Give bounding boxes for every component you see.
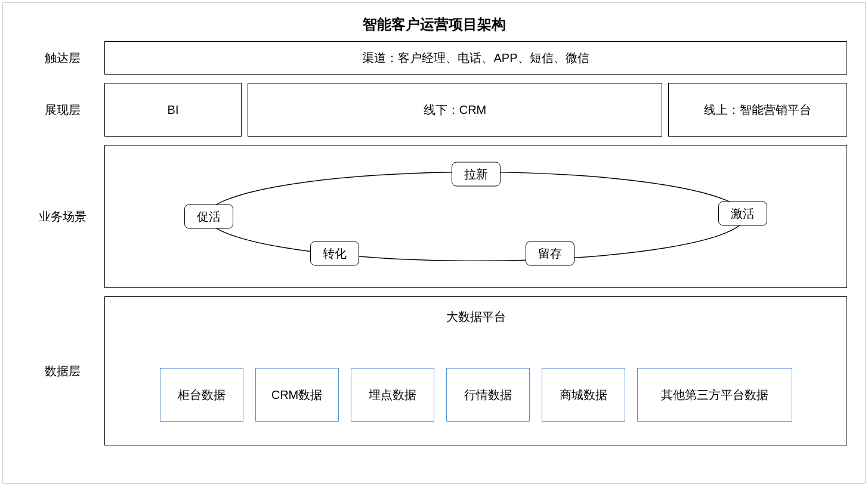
scenario-container: 拉新 促活 激活 转化 留存 <box>104 145 847 288</box>
data-source-market: 行情数据 <box>446 368 530 422</box>
touch-channels-box: 渠道：客户经理、电话、APP、短信、微信 <box>104 41 847 75</box>
layer-display-label: 展现层 <box>21 83 104 137</box>
data-platform-title: 大数据平台 <box>446 309 506 325</box>
scenario-node-retain: 留存 <box>526 241 574 265</box>
diagram-frame: 智能客户运营项目架构 触达层 渠道：客户经理、电话、APP、短信、微信 展现层 … <box>2 2 866 484</box>
layer-touch-label: 触达层 <box>21 41 104 75</box>
data-sources-container: 柜台数据 CRM数据 埋点数据 行情数据 商城数据 其他第三方平台数据 <box>117 368 835 422</box>
layer-display-content: BI 线下：CRM 线上：智能营销平台 <box>104 83 847 137</box>
display-bi-box: BI <box>104 83 242 137</box>
layer-scenario-content: 拉新 促活 激活 转化 留存 <box>104 145 847 288</box>
layer-scenario-label: 业务场景 <box>21 145 104 288</box>
data-source-crm: CRM数据 <box>255 368 339 422</box>
layer-touch-content: 渠道：客户经理、电话、APP、短信、微信 <box>104 41 847 75</box>
diagram-title: 智能客户运营项目架构 <box>21 15 847 34</box>
layer-data-content: 大数据平台 柜台数据 CRM数据 埋点数据 行情数据 商城数据 其他第三方平台数… <box>104 296 847 445</box>
display-online-box: 线上：智能营销平台 <box>668 83 847 137</box>
layer-display-row: 展现层 BI 线下：CRM 线上：智能营销平台 <box>21 83 847 137</box>
scenario-node-reactivate: 激活 <box>718 202 767 226</box>
layer-data-label: 数据层 <box>21 296 104 445</box>
scenario-node-activate: 促活 <box>184 205 233 229</box>
data-platform-box: 大数据平台 柜台数据 CRM数据 埋点数据 行情数据 商城数据 其他第三方平台数… <box>104 296 847 445</box>
data-source-mall: 商城数据 <box>542 368 625 422</box>
data-source-counter: 柜台数据 <box>160 368 243 422</box>
display-crm-box: 线下：CRM <box>248 83 662 137</box>
data-source-thirdparty: 其他第三方平台数据 <box>637 368 792 422</box>
layer-touch-row: 触达层 渠道：客户经理、电话、APP、短信、微信 <box>21 41 847 75</box>
scenario-node-pull-new: 拉新 <box>452 162 501 186</box>
scenario-node-convert: 转化 <box>310 241 359 265</box>
layer-scenario-row: 业务场景 拉新 促活 激活 转化 留存 <box>21 145 847 288</box>
data-source-tracking: 埋点数据 <box>351 368 434 422</box>
layer-data-row: 数据层 大数据平台 柜台数据 CRM数据 埋点数据 行情数据 商城数据 其他第三… <box>21 296 847 445</box>
